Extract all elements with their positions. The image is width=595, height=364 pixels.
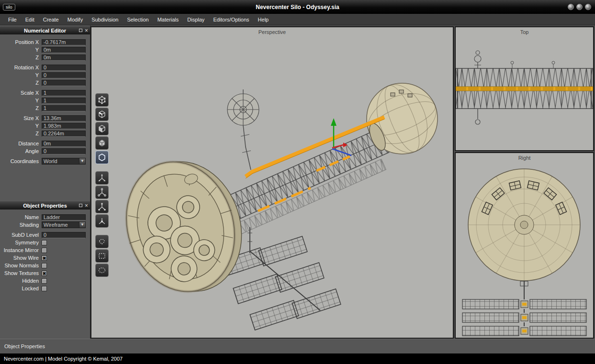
chevron-down-icon: ▼ bbox=[79, 158, 85, 164]
face-select-tool[interactable] bbox=[95, 122, 109, 135]
show-wire-checkbox[interactable] bbox=[42, 255, 47, 261]
field-label: Hidden bbox=[2, 278, 42, 284]
numerical-editor-panel: Numerical Editor × Position X Y bbox=[0, 26, 90, 168]
minimize-button[interactable] bbox=[568, 4, 574, 10]
angle-input[interactable] bbox=[42, 148, 86, 154]
numerical-editor-header[interactable]: Numerical Editor × bbox=[0, 26, 90, 34]
rotation-y-input[interactable] bbox=[42, 72, 86, 78]
perspective-scene bbox=[91, 27, 453, 338]
panel-title: Object Properties bbox=[0, 203, 90, 209]
field-label: Y bbox=[2, 98, 42, 103]
menu-edit[interactable]: Edit bbox=[21, 14, 39, 25]
scale-z-input[interactable] bbox=[42, 105, 86, 111]
right-viewport[interactable]: Right bbox=[455, 152, 594, 339]
name-input[interactable] bbox=[42, 214, 86, 221]
collapse-icon[interactable] bbox=[79, 29, 82, 32]
hidden-checkbox[interactable] bbox=[42, 278, 47, 284]
footer-text: Nevercenter.com | Model Copyright © Kema… bbox=[4, 356, 123, 362]
field-label: Show Textures bbox=[2, 270, 42, 276]
object-properties-header[interactable]: Object Properties × bbox=[0, 201, 90, 210]
field-scale-x: Scale X bbox=[2, 89, 86, 97]
field-size-x: Size X bbox=[2, 114, 86, 122]
paint-select-tool[interactable] bbox=[95, 264, 109, 277]
right-scene bbox=[456, 153, 593, 338]
position-x-input[interactable] bbox=[42, 39, 86, 45]
shading-dropdown[interactable]: Wireframe ▼ bbox=[42, 221, 86, 228]
field-label: Y bbox=[2, 72, 42, 78]
rotate-manipulator-tool[interactable] bbox=[95, 186, 109, 199]
top-scene bbox=[456, 27, 593, 150]
scale-manipulator-tool[interactable] bbox=[95, 200, 109, 213]
universal-manipulator-tool[interactable] bbox=[95, 214, 109, 228]
close-icon[interactable]: × bbox=[85, 203, 88, 209]
object-properties-panel: Object Properties × Name Shading Wiref bbox=[0, 201, 90, 295]
vertex-select-tool[interactable] bbox=[95, 93, 109, 107]
subd-level-input[interactable] bbox=[42, 232, 86, 238]
distance-input[interactable] bbox=[42, 141, 86, 147]
polygon-mode-tool[interactable] bbox=[95, 151, 109, 164]
rect-select-tool[interactable] bbox=[95, 249, 109, 263]
instance-mirror-checkbox[interactable] bbox=[42, 248, 47, 253]
rotation-z-input[interactable] bbox=[42, 80, 86, 86]
scale-x-input[interactable] bbox=[42, 90, 86, 96]
app-icon: silo bbox=[3, 4, 15, 11]
field-subd-level: SubD Level bbox=[2, 231, 86, 239]
menu-subdivision[interactable]: Subdivision bbox=[87, 14, 123, 25]
title-bar: silo Nevercenter Silo - Odyssey.sia bbox=[0, 0, 595, 14]
field-label: Symmetry bbox=[2, 240, 42, 245]
move-manipulator-tool[interactable] bbox=[95, 171, 109, 185]
locked-checkbox[interactable] bbox=[42, 286, 47, 291]
field-label: SubD Level bbox=[2, 232, 42, 238]
menu-materials[interactable]: Materials bbox=[153, 14, 183, 25]
field-label: Angle bbox=[2, 148, 42, 154]
menu-help[interactable]: Help bbox=[254, 14, 273, 25]
status-bar: Object Properties bbox=[0, 339, 595, 353]
field-label: Rotation X bbox=[2, 65, 42, 70]
size-x-input[interactable] bbox=[42, 115, 86, 121]
menu-modify[interactable]: Modify bbox=[63, 14, 87, 25]
field-label: Name bbox=[2, 214, 42, 220]
close-icon[interactable]: × bbox=[85, 28, 88, 33]
symmetry-checkbox[interactable] bbox=[42, 240, 47, 245]
menu-display[interactable]: Display bbox=[183, 14, 209, 25]
field-label: Instance Mirror bbox=[2, 247, 42, 253]
panel-title: Numerical Editor bbox=[0, 28, 90, 33]
top-viewport[interactable]: Top bbox=[455, 26, 594, 151]
field-name: Name bbox=[2, 213, 86, 221]
size-y-input[interactable] bbox=[42, 123, 86, 129]
coordinates-dropdown[interactable]: World ▼ bbox=[42, 158, 86, 165]
field-label: Position X bbox=[2, 39, 42, 45]
field-scale-y: Y bbox=[2, 97, 86, 104]
status-text: Object Properties bbox=[4, 343, 45, 349]
collapse-icon[interactable] bbox=[79, 204, 82, 207]
rotation-x-input[interactable] bbox=[42, 65, 86, 71]
menu-editors-options[interactable]: Editors/Options bbox=[209, 14, 253, 25]
size-z-input[interactable] bbox=[42, 131, 86, 137]
position-z-input[interactable] bbox=[42, 55, 86, 61]
field-label: Z bbox=[2, 131, 42, 136]
show-normals-checkbox[interactable] bbox=[42, 263, 47, 268]
close-button[interactable] bbox=[585, 4, 591, 10]
field-label: Show Normals bbox=[2, 263, 42, 268]
chevron-down-icon: ▼ bbox=[79, 222, 85, 228]
field-label: Shading bbox=[2, 222, 42, 228]
field-rotation-x: Rotation X bbox=[2, 64, 86, 71]
show-textures-checkbox[interactable] bbox=[42, 271, 47, 276]
scale-y-input[interactable] bbox=[42, 98, 86, 104]
field-label: Y bbox=[2, 47, 42, 53]
perspective-viewport[interactable]: Perspective bbox=[90, 26, 454, 339]
position-y-input[interactable] bbox=[42, 47, 86, 53]
checkbox-row-show-wire: Show Wire bbox=[2, 254, 86, 262]
field-angle: Angle bbox=[2, 147, 86, 155]
edge-select-tool[interactable] bbox=[95, 108, 109, 121]
menu-selection[interactable]: Selection bbox=[123, 14, 153, 25]
field-position-x: Position X bbox=[2, 38, 86, 46]
shading-value: Wireframe bbox=[42, 222, 79, 228]
workspace: Numerical Editor × Position X Y bbox=[0, 25, 595, 339]
lasso-select-tool[interactable] bbox=[95, 235, 109, 248]
menu-file[interactable]: File bbox=[4, 14, 21, 25]
field-label: Show Wire bbox=[2, 255, 42, 261]
maximize-button[interactable] bbox=[576, 4, 583, 10]
object-select-tool[interactable] bbox=[95, 136, 109, 150]
menu-create[interactable]: Create bbox=[39, 14, 63, 25]
